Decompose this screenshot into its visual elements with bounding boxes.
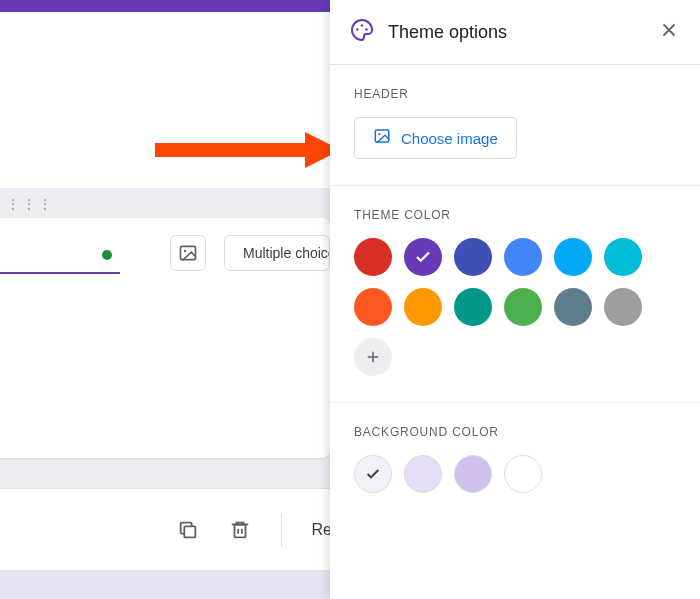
question-footer-toolbar: Rec <box>0 488 330 570</box>
add-custom-color-button[interactable] <box>354 338 392 376</box>
copy-icon <box>177 519 199 541</box>
svg-rect-5 <box>234 524 245 537</box>
form-header-area <box>0 12 330 188</box>
section-theme-color: THEME COLOR <box>330 186 700 403</box>
close-icon <box>658 19 680 41</box>
theme-color-swatch[interactable] <box>504 288 542 326</box>
choose-image-button[interactable]: Choose image <box>354 117 517 159</box>
drag-handle-icon[interactable]: ⋮⋮⋮ <box>6 196 54 212</box>
image-icon <box>178 243 198 263</box>
plus-icon <box>364 348 382 366</box>
theme-color-swatch[interactable] <box>504 238 542 276</box>
svg-point-8 <box>356 28 358 30</box>
duplicate-button[interactable] <box>177 519 199 541</box>
background-color-swatches <box>354 455 676 493</box>
active-indicator <box>102 250 112 260</box>
theme-color-swatch[interactable] <box>604 238 642 276</box>
svg-point-9 <box>361 24 363 26</box>
background-color-swatch[interactable] <box>404 455 442 493</box>
check-icon <box>414 248 432 266</box>
panel-title: Theme options <box>388 22 644 43</box>
svg-point-10 <box>365 28 367 30</box>
form-background-strip <box>0 570 330 599</box>
add-image-button[interactable] <box>170 235 206 271</box>
theme-color-swatches <box>354 238 666 376</box>
theme-color-swatch[interactable] <box>404 288 442 326</box>
svg-point-1 <box>184 250 187 253</box>
divider <box>281 513 282 547</box>
section-theme-label: THEME COLOR <box>354 208 676 222</box>
theme-color-swatch[interactable] <box>454 238 492 276</box>
theme-color-swatch[interactable] <box>354 238 392 276</box>
svg-point-12 <box>378 133 380 135</box>
theme-color-swatch[interactable] <box>554 288 592 326</box>
section-background-color: BACKGROUND COLOR <box>330 403 700 519</box>
section-header-label: HEADER <box>354 87 676 101</box>
choose-image-label: Choose image <box>401 130 498 147</box>
trash-icon <box>229 519 251 541</box>
question-type-label: Multiple choice <box>243 245 330 261</box>
section-background-label: BACKGROUND COLOR <box>354 425 676 439</box>
background-color-swatch[interactable] <box>504 455 542 493</box>
close-button[interactable] <box>658 19 680 45</box>
background-color-swatch[interactable] <box>454 455 492 493</box>
section-header: HEADER Choose image <box>330 65 700 186</box>
svg-rect-4 <box>184 526 195 537</box>
image-icon <box>373 127 391 149</box>
panel-header: Theme options <box>330 0 700 65</box>
check-icon <box>365 466 381 482</box>
theme-color-swatch[interactable] <box>454 288 492 326</box>
theme-color-swatch[interactable] <box>604 288 642 326</box>
palette-icon <box>350 18 374 46</box>
delete-button[interactable] <box>229 519 251 541</box>
theme-color-swatch[interactable] <box>554 238 592 276</box>
theme-color-swatch[interactable] <box>404 238 442 276</box>
background-color-swatch[interactable] <box>354 455 392 493</box>
question-type-dropdown[interactable]: Multiple choice <box>224 235 330 271</box>
theme-options-panel: Theme options HEADER Choose image THEME … <box>330 0 700 599</box>
input-underline <box>0 272 120 274</box>
theme-color-swatch[interactable] <box>354 288 392 326</box>
